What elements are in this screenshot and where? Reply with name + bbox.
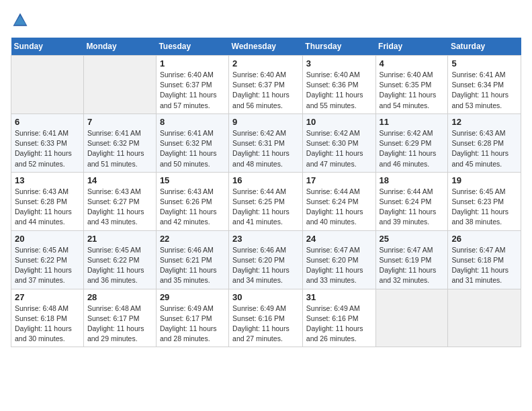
calendar-cell: 30Sunrise: 6:49 AM Sunset: 6:16 PM Dayli… <box>229 289 303 347</box>
calendar-week-row: 13Sunrise: 6:43 AM Sunset: 6:28 PM Dayli… <box>11 172 521 230</box>
calendar-cell: 31Sunrise: 6:49 AM Sunset: 6:16 PM Dayli… <box>302 289 375 347</box>
day-info: Sunrise: 6:40 AM Sunset: 6:37 PM Dayligh… <box>232 70 299 111</box>
weekday-header: Sunday <box>11 38 84 56</box>
calendar-cell: 15Sunrise: 6:43 AM Sunset: 6:26 PM Dayli… <box>156 172 228 230</box>
calendar-cell: 25Sunrise: 6:47 AM Sunset: 6:19 PM Dayli… <box>375 230 448 289</box>
weekday-header: Monday <box>83 38 156 56</box>
day-info: Sunrise: 6:47 AM Sunset: 6:19 PM Dayligh… <box>380 245 445 286</box>
day-number: 10 <box>306 117 372 127</box>
weekday-header: Friday <box>375 38 448 56</box>
calendar-cell: 14Sunrise: 6:43 AM Sunset: 6:27 PM Dayli… <box>83 172 156 230</box>
day-number: 30 <box>232 292 299 302</box>
calendar-cell: 27Sunrise: 6:48 AM Sunset: 6:18 PM Dayli… <box>11 289 84 347</box>
day-info: Sunrise: 6:47 AM Sunset: 6:20 PM Dayligh… <box>306 245 372 286</box>
day-number: 15 <box>160 175 225 185</box>
day-info: Sunrise: 6:40 AM Sunset: 6:35 PM Dayligh… <box>380 70 445 111</box>
calendar-header: SundayMondayTuesdayWednesdayThursdayFrid… <box>11 38 521 56</box>
calendar-cell: 29Sunrise: 6:49 AM Sunset: 6:17 PM Dayli… <box>156 289 228 347</box>
day-number: 20 <box>15 234 80 244</box>
weekday-header: Wednesday <box>229 38 303 56</box>
day-number: 9 <box>232 117 299 127</box>
calendar-cell: 6Sunrise: 6:41 AM Sunset: 6:33 PM Daylig… <box>11 113 84 172</box>
day-number: 21 <box>87 234 152 244</box>
day-number: 6 <box>15 117 80 127</box>
day-info: Sunrise: 6:43 AM Sunset: 6:26 PM Dayligh… <box>160 187 225 228</box>
day-info: Sunrise: 6:42 AM Sunset: 6:30 PM Dayligh… <box>306 128 372 169</box>
day-info: Sunrise: 6:49 AM Sunset: 6:16 PM Dayligh… <box>306 304 372 345</box>
logo-icon <box>11 11 30 30</box>
day-number: 27 <box>15 292 80 302</box>
calendar-cell: 28Sunrise: 6:48 AM Sunset: 6:17 PM Dayli… <box>83 289 156 347</box>
day-info: Sunrise: 6:49 AM Sunset: 6:17 PM Dayligh… <box>160 304 225 345</box>
calendar-cell: 11Sunrise: 6:42 AM Sunset: 6:29 PM Dayli… <box>375 113 448 172</box>
day-number: 7 <box>87 117 152 127</box>
day-number: 31 <box>306 292 372 302</box>
day-info: Sunrise: 6:49 AM Sunset: 6:16 PM Dayligh… <box>232 304 299 345</box>
day-number: 24 <box>306 234 372 244</box>
day-number: 25 <box>380 234 445 244</box>
calendar-week-row: 6Sunrise: 6:41 AM Sunset: 6:33 PM Daylig… <box>11 113 521 172</box>
calendar-cell: 10Sunrise: 6:42 AM Sunset: 6:30 PM Dayli… <box>302 113 375 172</box>
weekday-header: Thursday <box>302 38 375 56</box>
day-number: 8 <box>160 117 225 127</box>
day-info: Sunrise: 6:41 AM Sunset: 6:32 PM Dayligh… <box>87 128 152 169</box>
day-info: Sunrise: 6:48 AM Sunset: 6:18 PM Dayligh… <box>15 304 80 345</box>
calendar-cell: 19Sunrise: 6:45 AM Sunset: 6:23 PM Dayli… <box>448 172 521 230</box>
day-info: Sunrise: 6:44 AM Sunset: 6:24 PM Dayligh… <box>306 187 372 228</box>
day-info: Sunrise: 6:42 AM Sunset: 6:29 PM Dayligh… <box>380 128 445 169</box>
day-number: 23 <box>232 234 299 244</box>
day-info: Sunrise: 6:44 AM Sunset: 6:25 PM Dayligh… <box>232 187 299 228</box>
day-info: Sunrise: 6:40 AM Sunset: 6:36 PM Dayligh… <box>306 70 372 111</box>
calendar-cell: 5Sunrise: 6:41 AM Sunset: 6:34 PM Daylig… <box>448 56 521 114</box>
day-number: 18 <box>380 175 445 185</box>
day-info: Sunrise: 6:46 AM Sunset: 6:21 PM Dayligh… <box>160 245 225 286</box>
calendar-table: SundayMondayTuesdayWednesdayThursdayFrid… <box>11 38 521 347</box>
day-number: 16 <box>232 175 299 185</box>
day-number: 2 <box>232 58 299 68</box>
calendar-cell: 24Sunrise: 6:47 AM Sunset: 6:20 PM Dayli… <box>302 230 375 289</box>
calendar-cell: 17Sunrise: 6:44 AM Sunset: 6:24 PM Dayli… <box>302 172 375 230</box>
day-number: 28 <box>87 292 152 302</box>
calendar-cell: 12Sunrise: 6:43 AM Sunset: 6:28 PM Dayli… <box>448 113 521 172</box>
day-info: Sunrise: 6:45 AM Sunset: 6:22 PM Dayligh… <box>15 245 80 286</box>
day-number: 26 <box>451 234 517 244</box>
calendar-cell: 2Sunrise: 6:40 AM Sunset: 6:37 PM Daylig… <box>229 56 303 114</box>
day-number: 29 <box>160 292 225 302</box>
day-number: 17 <box>306 175 372 185</box>
day-info: Sunrise: 6:48 AM Sunset: 6:17 PM Dayligh… <box>87 304 152 345</box>
calendar-cell: 18Sunrise: 6:44 AM Sunset: 6:24 PM Dayli… <box>375 172 448 230</box>
calendar-cell: 7Sunrise: 6:41 AM Sunset: 6:32 PM Daylig… <box>83 113 156 172</box>
calendar-week-row: 1Sunrise: 6:40 AM Sunset: 6:37 PM Daylig… <box>11 56 521 114</box>
day-info: Sunrise: 6:45 AM Sunset: 6:22 PM Dayligh… <box>87 245 152 286</box>
day-number: 12 <box>451 117 517 127</box>
calendar-cell: 13Sunrise: 6:43 AM Sunset: 6:28 PM Dayli… <box>11 172 84 230</box>
day-number: 4 <box>380 58 445 68</box>
day-info: Sunrise: 6:45 AM Sunset: 6:23 PM Dayligh… <box>451 187 517 228</box>
calendar-cell: 22Sunrise: 6:46 AM Sunset: 6:21 PM Dayli… <box>156 230 228 289</box>
calendar-cell <box>83 56 156 114</box>
calendar-cell: 26Sunrise: 6:47 AM Sunset: 6:18 PM Dayli… <box>448 230 521 289</box>
day-info: Sunrise: 6:43 AM Sunset: 6:28 PM Dayligh… <box>15 187 80 228</box>
calendar-week-row: 27Sunrise: 6:48 AM Sunset: 6:18 PM Dayli… <box>11 289 521 347</box>
calendar-cell: 8Sunrise: 6:41 AM Sunset: 6:32 PM Daylig… <box>156 113 228 172</box>
calendar-cell: 20Sunrise: 6:45 AM Sunset: 6:22 PM Dayli… <box>11 230 84 289</box>
day-info: Sunrise: 6:41 AM Sunset: 6:32 PM Dayligh… <box>160 128 225 169</box>
day-info: Sunrise: 6:46 AM Sunset: 6:20 PM Dayligh… <box>232 245 299 286</box>
day-info: Sunrise: 6:43 AM Sunset: 6:27 PM Dayligh… <box>87 187 152 228</box>
day-info: Sunrise: 6:41 AM Sunset: 6:33 PM Dayligh… <box>15 128 80 169</box>
day-number: 11 <box>380 117 445 127</box>
weekday-header: Saturday <box>448 38 521 56</box>
day-number: 19 <box>451 175 517 185</box>
day-info: Sunrise: 6:43 AM Sunset: 6:28 PM Dayligh… <box>451 128 517 169</box>
calendar-cell: 21Sunrise: 6:45 AM Sunset: 6:22 PM Dayli… <box>83 230 156 289</box>
logo <box>11 11 32 30</box>
svg-marker-1 <box>14 15 26 25</box>
calendar-cell <box>375 289 448 347</box>
day-info: Sunrise: 6:41 AM Sunset: 6:34 PM Dayligh… <box>451 70 517 111</box>
day-info: Sunrise: 6:47 AM Sunset: 6:18 PM Dayligh… <box>451 245 517 286</box>
day-info: Sunrise: 6:40 AM Sunset: 6:37 PM Dayligh… <box>160 70 225 111</box>
calendar-cell <box>448 289 521 347</box>
calendar-cell: 9Sunrise: 6:42 AM Sunset: 6:31 PM Daylig… <box>229 113 303 172</box>
header <box>11 11 521 30</box>
weekday-header: Tuesday <box>156 38 228 56</box>
